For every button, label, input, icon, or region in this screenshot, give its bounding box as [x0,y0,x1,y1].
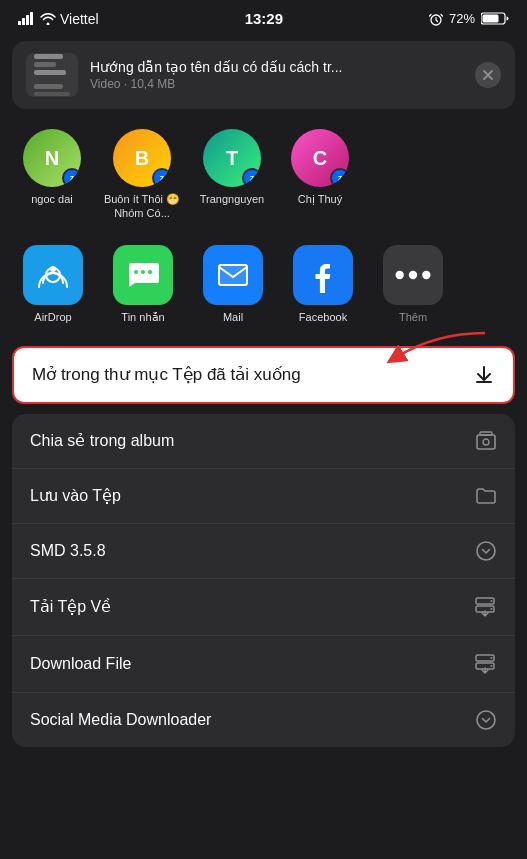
list-item[interactable]: Facebook [278,241,368,328]
avatar: T Z [203,129,261,187]
status-time: 13:29 [245,10,283,27]
svg-point-29 [477,711,495,729]
wifi-icon [40,13,56,25]
zalo-badge: Z [242,168,261,187]
notif-close-button[interactable] [475,62,501,88]
svg-point-23 [491,600,493,602]
svg-point-19 [483,439,489,445]
svg-rect-18 [480,432,492,435]
action-label: Mở trong thư mục Tệp đã tải xuống [32,364,301,385]
notif-title: Hướng dẫn tạo tên dấu có dấu cách tr... [90,59,430,75]
more-app-icon [383,245,443,305]
svg-point-14 [396,270,404,278]
avatar: B Z [113,129,171,187]
social-chevron-down-icon [475,709,497,731]
list-item[interactable]: Mail [188,241,278,328]
airdrop-icon [35,257,71,293]
save-file-item[interactable]: Lưu vào Tệp [12,469,515,524]
svg-rect-0 [18,21,21,25]
list-item[interactable]: Thêm [368,241,458,328]
airdrop-app-icon [23,245,83,305]
svg-point-15 [409,270,417,278]
list-item[interactable]: T Z Trangnguyen [188,125,276,225]
chevron-circle-icon [475,540,497,562]
action-list: Chia sẻ trong album Lưu vào Tệp SMD 3.5.… [12,414,515,747]
messages-icon [125,257,161,293]
list-item[interactable]: N Z ngoc dai [8,125,96,225]
action-label: Social Media Downloader [30,711,211,729]
album-icon [475,430,497,452]
svg-point-10 [141,270,145,274]
action-label: SMD 3.5.8 [30,542,106,560]
app-label: Tin nhắn [121,311,164,324]
action-label: Download File [30,655,131,673]
battery-icon [481,12,509,25]
svg-rect-12 [219,265,247,285]
svg-rect-17 [477,435,495,449]
action-label: Chia sẻ trong album [30,431,174,450]
zalo-badge: Z [152,168,171,187]
zalo-badge: Z [62,168,81,187]
download-file-icon [473,652,497,676]
list-item[interactable]: Tin nhắn [98,241,188,328]
svg-rect-1 [22,18,25,25]
svg-point-27 [491,657,493,659]
svg-rect-3 [30,12,33,25]
server-download-icon [473,652,497,676]
mail-app-icon [203,245,263,305]
list-item[interactable]: C Z Chị Thuý [276,125,364,225]
app-label: Thêm [399,311,427,323]
chevron-down-icon [475,540,497,562]
facebook-icon [305,257,341,293]
folder-icon-svg [475,485,497,507]
svg-point-16 [422,270,430,278]
svg-rect-6 [482,15,498,23]
more-icon [383,245,443,305]
server-icon [473,595,497,619]
signal-icon [18,12,36,25]
app-label: Facebook [299,311,347,323]
contacts-row: N Z ngoc dai B Z Buôn ít Thôi 😁 Nhóm Có.… [0,117,527,235]
list-item[interactable]: B Z Buôn ít Thôi 😁 Nhóm Có... [96,125,188,225]
apps-row: AirDrop Tin nhắn Mail [0,235,527,338]
download-app-icon [473,595,497,619]
avatar: C Z [291,129,349,187]
svg-rect-2 [26,15,29,25]
app-label: AirDrop [34,311,71,323]
messages-app-icon [113,245,173,305]
action-label: Tải Tệp Về [30,597,111,616]
smd-item[interactable]: SMD 3.5.8 [12,524,515,579]
avatar: N Z [23,129,81,187]
album-icon-svg [475,430,497,452]
notif-subtitle: Video · 10,4 MB [90,77,463,91]
status-carrier: Viettel [18,11,99,27]
svg-point-28 [491,665,493,667]
app-label: Mail [223,311,243,323]
chevron-circle2-icon [475,709,497,731]
contact-name: Trangnguyen [200,192,264,206]
download-file-item[interactable]: Download File [12,636,515,693]
status-right: 72% [429,11,509,26]
tai-tep-ve-item[interactable]: Tải Tệp Về [12,579,515,636]
svg-point-8 [50,266,56,272]
notif-thumbnail [26,53,78,97]
facebook-app-icon [293,245,353,305]
notification-card[interactable]: Hướng dẫn tạo tên dấu có dấu cách tr... … [12,41,515,109]
share-album-item[interactable]: Chia sẻ trong album [12,414,515,469]
svg-point-9 [134,270,138,274]
red-arrow-annotation [355,328,495,378]
svg-point-20 [477,542,495,560]
mail-icon [215,257,251,293]
contact-name: Chị Thuý [298,192,342,206]
alarm-icon [429,12,443,26]
action-label: Lưu vào Tệp [30,486,121,505]
svg-point-24 [491,608,493,610]
notif-info: Hướng dẫn tạo tên dấu có dấu cách tr... … [90,59,463,91]
social-media-downloader-item[interactable]: Social Media Downloader [12,693,515,747]
folder-icon [475,485,497,507]
list-item[interactable]: AirDrop [8,241,98,328]
contact-name: ngoc dai [31,192,73,206]
status-bar: Viettel 13:29 72% [0,0,527,33]
zalo-badge: Z [330,168,349,187]
svg-point-11 [148,270,152,274]
